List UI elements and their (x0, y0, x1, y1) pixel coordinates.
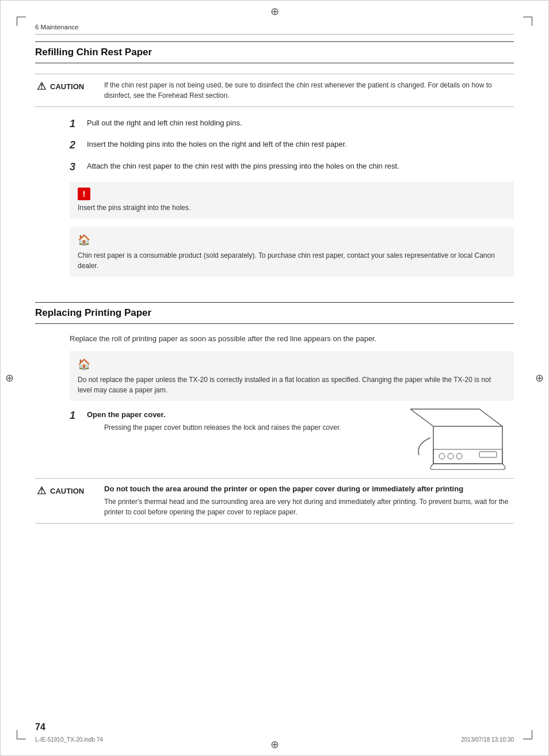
footer-right: 2013/07/18 13:10:30 (461, 736, 514, 743)
caution-triangle-icon-2: ⚠ (35, 484, 48, 497)
printer-image (399, 403, 514, 472)
steps-container-2: 1 Open the paper cover. Pressing the pap… (35, 409, 514, 472)
info-note-wrapper-2: 🏠 Do not replace the paper unless the TX… (35, 351, 514, 401)
page-number: 74 (35, 722, 45, 732)
steps-container-1: 1 Pull out the right and left chin rest … (35, 117, 514, 277)
corner-bl (17, 730, 26, 739)
reg-mark-left: ⊕ (5, 372, 14, 384)
caution-label-1: ⚠ CAUTION (35, 80, 104, 93)
reg-mark-top: ⊕ (270, 5, 279, 18)
caution-block-2: ⚠ CAUTION Do not touch the area around t… (35, 478, 514, 524)
section1-header: Refilling Chin Rest Paper (35, 41, 514, 63)
section-gap-1 (35, 285, 514, 302)
step-1-1: 1 Pull out the right and left chin rest … (70, 117, 514, 131)
section2-intro-text: Replace the roll of printing paper as so… (70, 334, 376, 343)
corner-tr (523, 17, 532, 26)
info-note-box-2: 🏠 Do not replace the paper unless the TX… (70, 351, 514, 401)
info-note-box-1: 🏠 Chin rest paper is a consumable produc… (70, 227, 514, 277)
info-icon-row-1: 🏠 (78, 232, 506, 248)
warning-note-text: Insert the pins straight into the holes. (78, 203, 506, 213)
step2-label: Open the paper cover. (87, 410, 166, 419)
section2-intro: Replace the roll of printing paper as so… (35, 334, 514, 343)
caution-text-1: If the chin rest paper is not being used… (104, 80, 514, 101)
house-icon-1: 🏠 (78, 232, 90, 248)
section2-title: Replacing Printing Paper (35, 307, 151, 318)
step-text-3: Attach the chin rest paper to the chin r… (87, 161, 399, 172)
caution-content-2: Do not touch the area around the printer… (104, 484, 514, 517)
step-text-2: Insert the holding pins into the holes o… (87, 139, 347, 150)
house-icon-2: 🏠 (78, 357, 90, 372)
section1-title: Refilling Chin Rest Paper (35, 47, 152, 58)
step-2-1: 1 Open the paper cover. Pressing the pap… (70, 409, 387, 433)
step2-subtext-1: Pressing the paper cover button releases… (87, 422, 341, 433)
svg-rect-0 (433, 426, 502, 464)
svg-point-5 (439, 453, 445, 459)
reg-mark-right: ⊕ (535, 372, 544, 384)
step2-text-wrapper: Open the paper cover. Pressing the paper… (87, 409, 341, 433)
step-1-3: 3 Attach the chin rest paper to the chin… (70, 161, 514, 174)
corner-br (523, 730, 532, 739)
step2-number-1: 1 (70, 409, 81, 422)
warning-note-box: ! Insert the pins straight into the hole… (70, 182, 514, 219)
section2-header: Replacing Printing Paper (35, 302, 514, 324)
caution-text-2: The printer's thermal head and the surro… (104, 497, 514, 517)
breadcrumb: 6 Maintenance (35, 24, 514, 35)
step-number-3: 3 (70, 161, 81, 174)
step-text-1: Pull out the right and left chin rest ho… (87, 117, 242, 129)
info-note-text-2: Do not replace the paper unless the TX-2… (78, 375, 506, 395)
step-number-1: 1 (70, 117, 81, 131)
step-number-2: 2 (70, 139, 81, 152)
info-note-text-1: Chin rest paper is a consumable product … (78, 250, 506, 271)
footer-info: L-IE-51910_TX-20.indb 74 2013/07/18 13:1… (35, 736, 514, 743)
corner-tl (17, 17, 26, 26)
caution-title-bold-2: Do not touch the area around the printer… (104, 484, 514, 493)
svg-line-1 (410, 409, 433, 426)
svg-line-2 (479, 409, 502, 426)
step-1-2: 2 Insert the holding pins into the holes… (70, 139, 514, 152)
caution-triangle-icon-1: ⚠ (35, 80, 48, 93)
caution-label-2: ⚠ CAUTION (35, 484, 104, 497)
info-icon-row-2: 🏠 (78, 357, 506, 372)
bang-icon: ! (78, 188, 90, 200)
svg-rect-8 (479, 452, 497, 457)
svg-point-6 (448, 453, 453, 459)
warning-icon-row: ! (78, 188, 506, 200)
svg-point-7 (456, 453, 462, 459)
step2-text-1: Open the paper cover. (87, 409, 341, 421)
caution-block-1: ⚠ CAUTION If the chin rest paper is not … (35, 74, 514, 107)
footer-left: L-IE-51910_TX-20.indb 74 (35, 736, 103, 743)
